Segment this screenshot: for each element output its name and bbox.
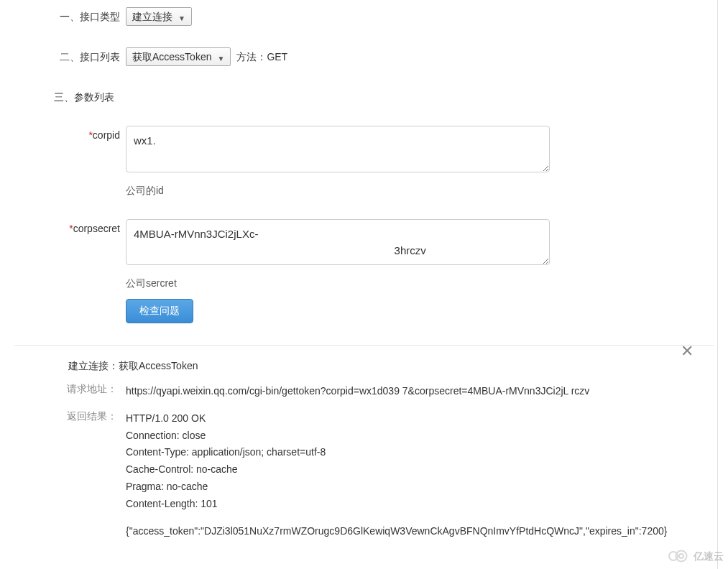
corpid-help: 公司的id	[126, 185, 714, 198]
watermark: 亿速云	[666, 548, 724, 565]
row-interface-list: 二、接口列表 获取AccessToken 方法：GET	[14, 47, 714, 66]
corpid-label-text: corpid	[93, 129, 120, 141]
label-interface-type: 一、接口类型	[14, 7, 126, 24]
row-interface-type: 一、接口类型 建立连接	[14, 7, 714, 26]
row-submit: 检查问题	[14, 299, 714, 323]
row-param-list-heading: 三、参数列表	[14, 88, 714, 104]
content-interface-list: 获取AccessToken 方法：GET	[126, 47, 714, 66]
method-label: 方法：	[236, 51, 267, 64]
row-response: 返回结果： HTTP/1.0 200 OK Connection: close …	[14, 410, 714, 540]
label-response: 返回结果：	[14, 410, 126, 423]
corpsecret-input[interactable]: 4MBUA-rMVnn3JCi2jLXc- 3hrczv	[126, 219, 550, 266]
method-value: GET	[267, 51, 287, 63]
corpid-input[interactable]: wx1.	[126, 126, 550, 172]
result-heading-row: 建立连接：获取AccessToken	[14, 360, 714, 373]
row-request-url: 请求地址： https://qyapi.weixin.qq.com/cgi-bi…	[14, 383, 714, 400]
select-interface-type-value: 建立连接	[132, 11, 172, 22]
label-param-list: 三、参数列表	[14, 88, 126, 104]
response-body: {"access_token":"DJZi3l051NuXz7rmWZOrugc…	[126, 523, 685, 540]
form-container: 一、接口类型 建立连接 二、接口列表 获取AccessToken 方法：GET …	[0, 0, 728, 346]
check-problem-button[interactable]: 检查问题	[126, 299, 193, 323]
section-divider	[14, 345, 714, 346]
svg-point-2	[679, 554, 683, 558]
watermark-text: 亿速云	[694, 550, 724, 563]
result-section: 建立连接：获取AccessToken 请求地址： https://qyapi.w…	[0, 360, 728, 540]
corpsecret-label-text: corpsecret	[73, 223, 120, 234]
panel-right-border	[717, 0, 718, 569]
corpsecret-help: 公司sercret	[126, 277, 714, 290]
select-interface-list-value: 获取AccessToken	[132, 51, 211, 63]
response-headers: HTTP/1.0 200 OK Connection: close Conten…	[126, 410, 685, 513]
label-interface-list: 二、接口列表	[14, 47, 126, 64]
result-heading: 建立连接：获取AccessToken	[14, 360, 198, 373]
select-interface-type[interactable]: 建立连接	[126, 7, 192, 26]
close-icon[interactable]: ✕	[681, 343, 694, 359]
label-corpsecret: *corpsecret	[14, 219, 126, 234]
select-interface-list[interactable]: 获取AccessToken	[126, 47, 231, 66]
row-corpsecret: *corpsecret 4MBUA-rMVnn3JCi2jLXc- 3hrczv…	[14, 219, 714, 291]
label-request-url: 请求地址：	[14, 383, 126, 396]
label-corpid: *corpid	[14, 126, 126, 141]
content-interface-type: 建立连接	[126, 7, 714, 26]
request-url-value: https://qyapi.weixin.qq.com/cgi-bin/gett…	[126, 383, 714, 400]
cloud-icon	[666, 548, 691, 565]
row-corpid: *corpid wx1. 公司的id	[14, 126, 714, 198]
